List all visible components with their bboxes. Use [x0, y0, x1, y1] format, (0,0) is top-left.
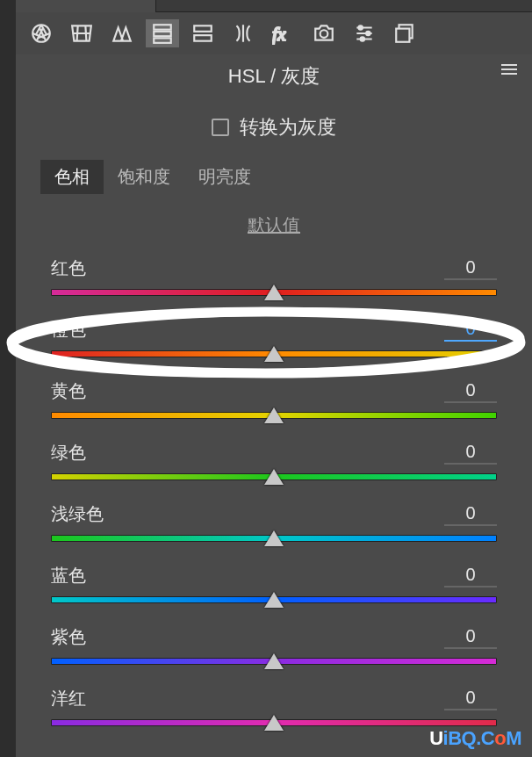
slider-orange: 橙色 0 — [16, 318, 532, 378]
slider-value-red[interactable]: 0 — [444, 257, 497, 280]
slider-thumb[interactable] — [264, 530, 284, 546]
default-link[interactable]: 默认值 — [248, 215, 300, 234]
slider-thumb[interactable] — [264, 407, 284, 423]
tab-luminance[interactable]: 明亮度 — [184, 160, 265, 194]
slider-value-green[interactable]: 0 — [444, 442, 497, 465]
svg-rect-1 — [154, 25, 171, 29]
svg-rect-3 — [154, 38, 171, 42]
presets-icon[interactable] — [388, 19, 421, 47]
camera-icon[interactable] — [307, 19, 341, 47]
slider-value-aqua[interactable]: 0 — [444, 503, 497, 526]
grayscale-label: 转换为灰度 — [240, 114, 336, 141]
svg-point-7 — [320, 30, 328, 38]
slider-label-yellow[interactable]: 黄色 — [51, 379, 86, 403]
svg-rect-12 — [396, 29, 409, 42]
tab-saturation[interactable]: 饱和度 — [104, 160, 184, 194]
tab-row: 色相 饱和度 明亮度 — [16, 160, 532, 194]
split-tone-icon[interactable] — [186, 19, 219, 47]
slider-track-blue[interactable] — [51, 596, 497, 603]
tab-hue[interactable]: 色相 — [40, 160, 104, 194]
watermark: UiBQ.CoM — [429, 727, 521, 750]
grid-icon[interactable] — [65, 19, 98, 47]
grayscale-checkbox[interactable] — [212, 119, 229, 136]
svg-text:fx: fx — [272, 24, 286, 45]
slider-track-magenta[interactable] — [51, 719, 497, 726]
slider-track-purple[interactable] — [51, 658, 497, 665]
grayscale-row: 转换为灰度 — [16, 102, 532, 160]
slider-aqua: 浅绿色 0 — [16, 502, 532, 562]
slider-value-blue[interactable]: 0 — [444, 565, 497, 588]
slider-label-magenta[interactable]: 洋红 — [51, 687, 86, 710]
slider-blue: 蓝色 0 — [16, 564, 532, 624]
slider-value-yellow[interactable]: 0 — [444, 380, 497, 403]
slider-thumb[interactable] — [264, 653, 284, 669]
slider-track-yellow[interactable] — [51, 412, 497, 419]
slider-label-red[interactable]: 红色 — [51, 256, 86, 280]
slider-value-purple[interactable]: 0 — [444, 626, 497, 649]
svg-point-8 — [359, 25, 363, 29]
slider-label-green[interactable]: 绿色 — [51, 441, 86, 465]
fx-icon[interactable]: fx — [267, 19, 300, 47]
svg-rect-2 — [154, 32, 171, 36]
top-bar-segment — [16, 0, 156, 12]
lens-icon[interactable] — [226, 19, 260, 47]
slider-label-blue[interactable]: 蓝色 — [51, 564, 86, 588]
detail-icon[interactable] — [105, 19, 139, 47]
slider-track-green[interactable] — [51, 473, 497, 480]
slider-green: 绿色 0 — [16, 441, 532, 501]
slider-yellow: 黄色 0 — [16, 379, 532, 439]
slider-thumb[interactable] — [264, 469, 284, 485]
hsl-icon[interactable] — [146, 19, 179, 47]
svg-point-10 — [361, 37, 364, 40]
top-bar — [16, 0, 532, 12]
slider-purple: 紫色 0 — [16, 625, 532, 685]
panel-icon-row: fx — [16, 12, 532, 54]
slider-track-aqua[interactable] — [51, 535, 497, 542]
sliders-icon[interactable] — [348, 19, 381, 47]
slider-red: 红色 0 — [16, 256, 532, 316]
svg-rect-5 — [194, 35, 212, 40]
slider-thumb[interactable] — [264, 592, 284, 608]
slider-track-red[interactable] — [51, 289, 497, 296]
slider-track-orange[interactable] — [51, 350, 497, 357]
panel-title-row: HSL / 灰度 — [16, 54, 532, 102]
panel-menu-icon[interactable] — [500, 63, 518, 79]
svg-point-9 — [366, 32, 370, 35]
slider-thumb[interactable] — [264, 285, 284, 300]
panel-title: HSL / 灰度 — [228, 63, 320, 90]
default-link-row: 默认值 — [16, 198, 532, 256]
slider-thumb[interactable] — [264, 715, 284, 731]
slider-value-magenta[interactable]: 0 — [444, 688, 497, 710]
slider-label-orange[interactable]: 橙色 — [51, 318, 86, 342]
slider-label-aqua[interactable]: 浅绿色 — [51, 502, 104, 526]
slider-value-orange[interactable]: 0 — [444, 319, 497, 342]
aperture-icon[interactable] — [25, 19, 58, 47]
slider-thumb[interactable] — [264, 346, 284, 362]
svg-rect-4 — [194, 25, 212, 31]
slider-label-purple[interactable]: 紫色 — [51, 625, 86, 649]
